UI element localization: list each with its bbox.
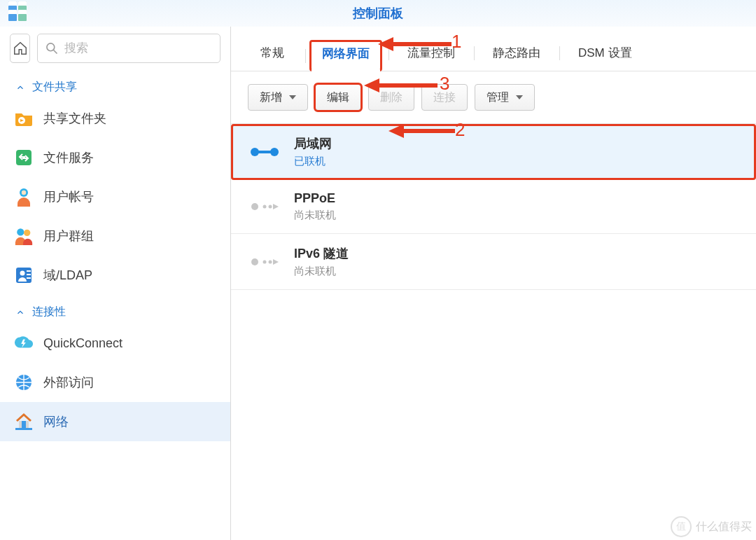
chevron-up-icon: [15, 307, 25, 317]
svg-point-19: [270, 148, 279, 156]
svg-line-1: [54, 50, 57, 54]
sidebar-item-label: 网络: [43, 413, 69, 430]
svg-point-23: [251, 258, 258, 265]
sidebar-item-file-services[interactable]: 文件服务: [0, 138, 230, 177]
interface-disconnected-icon: [248, 200, 281, 214]
sidebar-item-label: QuickConnect: [43, 336, 122, 351]
sidebar-item-quickconnect[interactable]: QuickConnect: [0, 324, 230, 363]
interface-connected-icon: [248, 145, 281, 159]
svg-point-25: [269, 260, 272, 263]
interface-name: IPv6 隧道: [294, 245, 349, 262]
globe-icon: [14, 373, 34, 392]
section-title: 连接性: [32, 305, 66, 319]
search-icon: [45, 41, 59, 55]
network-icon: [14, 412, 34, 431]
sidebar-item-label: 共享文件夹: [43, 110, 106, 127]
button-label: 新增: [260, 90, 282, 105]
sidebar-item-label: 外部访问: [43, 374, 94, 391]
file-services-icon: [14, 148, 34, 167]
interface-row-ipv6-tunnel[interactable]: IPv6 隧道 尚未联机: [231, 234, 756, 290]
chevron-up-icon: [15, 83, 25, 92]
svg-point-9: [20, 271, 25, 276]
sidebar-item-label: 用户群组: [43, 228, 94, 244]
svg-point-6: [17, 228, 24, 235]
sidebar-section-connectivity[interactable]: 连接性: [0, 295, 230, 324]
svg-point-24: [263, 260, 267, 263]
connect-button[interactable]: 连接: [421, 84, 468, 111]
sidebar-item-label: 域/LDAP: [43, 267, 92, 284]
tab-general[interactable]: 常规: [248, 39, 297, 71]
edit-button[interactable]: 编辑: [315, 84, 361, 111]
shared-folder-icon: [14, 109, 34, 128]
home-button[interactable]: [10, 34, 30, 63]
interface-status: 已联机: [294, 155, 332, 168]
interface-status: 尚未联机: [294, 265, 349, 278]
search-box[interactable]: [37, 34, 220, 63]
svg-rect-10: [27, 270, 31, 272]
interface-row-pppoe[interactable]: PPPoE 尚未联机: [231, 180, 756, 234]
page-title: 控制面板: [353, 5, 403, 22]
button-label: 删除: [380, 90, 402, 105]
caret-down-icon: [516, 95, 523, 99]
search-input[interactable]: [64, 41, 213, 55]
tab-dsm-settings[interactable]: DSM 设置: [566, 39, 645, 71]
add-button[interactable]: 新增: [248, 84, 308, 111]
home-icon: [13, 41, 28, 56]
sidebar-item-user-groups[interactable]: 用户群组: [0, 216, 230, 256]
interface-disconnected-icon: [248, 255, 281, 269]
sidebar-item-external-access[interactable]: 外部访问: [0, 363, 230, 402]
tab-static-route[interactable]: 静态路由: [480, 39, 553, 71]
sidebar: 文件共享 共享文件夹 文件服务 用户帐号 用户群组: [0, 27, 231, 540]
delete-button[interactable]: 删除: [368, 84, 414, 111]
sidebar-item-network[interactable]: 网络: [0, 402, 230, 441]
sidebar-item-user-accounts[interactable]: 用户帐号: [0, 177, 230, 216]
quickconnect-icon: [14, 333, 34, 353]
app-icon: [8, 1, 28, 22]
user-icon: [14, 187, 34, 207]
caret-down-icon: [289, 95, 296, 99]
svg-point-0: [47, 43, 55, 51]
interface-name: 局域网: [294, 135, 332, 152]
content-area: 常规 网络界面 流量控制 静态路由 DSM 设置 新增 编辑 删除 连接 管理 …: [231, 27, 756, 540]
titlebar: 控制面板: [0, 0, 756, 27]
interface-list: 局域网 已联机 PPPoE 尚未联机 IPv6 隧道: [231, 123, 756, 290]
watermark: 值 什么值得买: [671, 516, 752, 537]
tab-network-interface[interactable]: 网络界面: [309, 40, 382, 71]
svg-point-20: [251, 203, 258, 210]
svg-point-7: [24, 230, 30, 236]
sidebar-item-label: 文件服务: [43, 149, 94, 166]
sidebar-item-shared-folder[interactable]: 共享文件夹: [0, 99, 230, 138]
tab-traffic-control[interactable]: 流量控制: [395, 39, 468, 71]
svg-rect-15: [22, 421, 26, 429]
svg-point-21: [263, 205, 267, 209]
interface-status: 尚未联机: [294, 209, 336, 222]
svg-rect-16: [15, 428, 32, 430]
svg-rect-11: [27, 274, 31, 275]
tab-bar: 常规 网络界面 流量控制 静态路由 DSM 设置: [231, 29, 756, 71]
button-label: 连接: [433, 90, 456, 105]
group-icon: [14, 226, 34, 246]
ldap-icon: [14, 265, 34, 285]
interface-row-lan[interactable]: 局域网 已联机: [231, 124, 756, 180]
section-title: 文件共享: [32, 80, 77, 95]
svg-rect-12: [27, 277, 31, 279]
button-label: 管理: [486, 90, 509, 105]
sidebar-item-label: 用户帐号: [43, 188, 94, 205]
watermark-text: 什么值得买: [696, 520, 752, 534]
interface-name: PPPoE: [294, 191, 336, 206]
svg-point-22: [269, 205, 272, 209]
sidebar-section-file-sharing[interactable]: 文件共享: [0, 70, 230, 99]
sidebar-item-domain-ldap[interactable]: 域/LDAP: [0, 256, 230, 295]
svg-point-5: [22, 191, 26, 195]
manage-button[interactable]: 管理: [475, 84, 535, 111]
button-label: 编辑: [327, 90, 349, 105]
watermark-badge: 值: [671, 516, 692, 537]
toolbar: 新增 编辑 删除 连接 管理: [231, 71, 756, 123]
